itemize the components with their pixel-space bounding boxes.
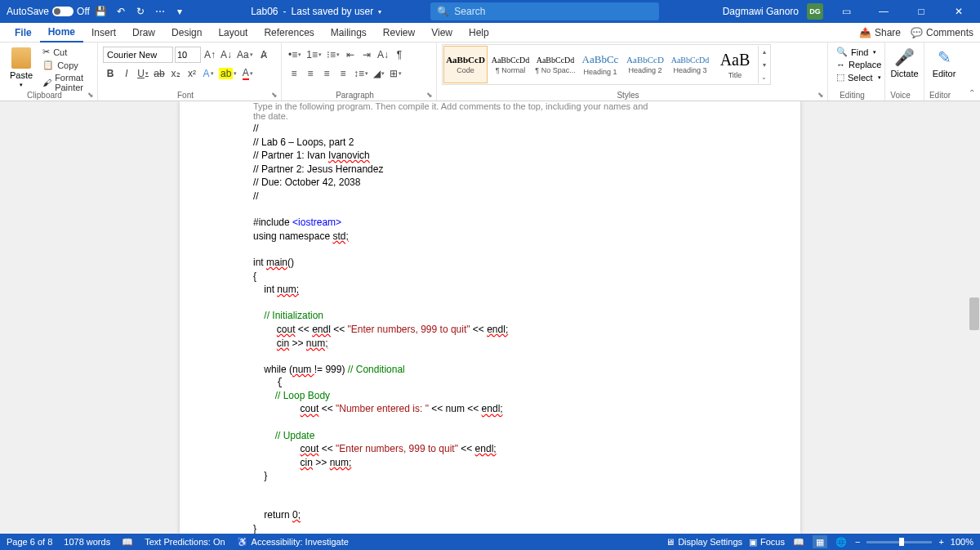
editor-button[interactable]: ✎ Editor bbox=[929, 44, 959, 82]
spell-check-icon[interactable]: 📖 bbox=[122, 537, 133, 548]
display-settings[interactable]: 🖥Display Settings bbox=[666, 537, 742, 547]
copy-button[interactable]: 📋Copy bbox=[41, 59, 92, 71]
user-badge[interactable]: DG bbox=[807, 3, 823, 20]
save-icon[interactable]: 💾 bbox=[93, 3, 109, 20]
maximize-icon[interactable]: □ bbox=[906, 0, 936, 23]
code-block[interactable]: // // Lab 6 – Loops, part 2 // Partner 1… bbox=[253, 123, 727, 534]
styles-gallery[interactable]: AaBbCcDCode AaBbCcDd¶ Normal AaBbCcDd¶ N… bbox=[442, 44, 771, 85]
find-button[interactable]: 🔍Find▾ bbox=[833, 46, 880, 58]
toggle-switch[interactable] bbox=[52, 7, 74, 16]
qat-more-icon[interactable]: ⋯ bbox=[152, 3, 168, 20]
autosave-toggle[interactable]: AutoSave Off bbox=[7, 6, 90, 17]
tab-view[interactable]: View bbox=[423, 23, 461, 42]
multilevel-button[interactable]: ⁝≡ bbox=[325, 47, 341, 63]
numbering-button[interactable]: 1≡ bbox=[305, 47, 323, 63]
comments-button[interactable]: 💬 Comments bbox=[911, 27, 973, 38]
tab-insert[interactable]: Insert bbox=[83, 23, 124, 42]
gallery-up-icon[interactable]: ▴ bbox=[759, 46, 769, 58]
close-icon[interactable]: ✕ bbox=[944, 0, 973, 23]
font-name-select[interactable] bbox=[103, 47, 173, 63]
zoom-out-button[interactable]: − bbox=[855, 537, 860, 547]
gallery-more-icon[interactable]: ⌄ bbox=[759, 71, 769, 83]
zoom-thumb[interactable] bbox=[899, 538, 904, 546]
subscript-button[interactable]: x₂ bbox=[168, 65, 183, 82]
bold-button[interactable]: B bbox=[103, 65, 118, 82]
bullets-button[interactable]: •≡ bbox=[287, 47, 303, 63]
dictate-button[interactable]: 🎤 Dictate bbox=[890, 44, 919, 82]
comments-label: Comments bbox=[926, 27, 973, 38]
tab-file[interactable]: File bbox=[7, 23, 40, 42]
text-effects-button[interactable]: A bbox=[201, 65, 216, 82]
style-heading2[interactable]: AaBbCcDHeading 2 bbox=[623, 46, 667, 83]
superscript-button[interactable]: x² bbox=[185, 65, 199, 82]
decrease-indent-button[interactable]: ⇤ bbox=[343, 47, 358, 63]
share-button[interactable]: 📤 Share bbox=[859, 27, 901, 38]
strike-button[interactable]: ab bbox=[152, 65, 167, 82]
ribbon-options-icon[interactable]: ▭ bbox=[831, 0, 861, 23]
text-predictions[interactable]: Text Predictions: On bbox=[145, 537, 225, 547]
zoom-level[interactable]: 100% bbox=[951, 537, 973, 547]
clear-format-button[interactable]: A̷ bbox=[256, 47, 271, 63]
collapse-ribbon-icon[interactable]: ⌃ bbox=[964, 42, 980, 101]
zoom-in-button[interactable]: + bbox=[938, 537, 943, 547]
web-layout-icon[interactable]: 🌐 bbox=[834, 535, 849, 548]
line-spacing-button[interactable]: ↕≡ bbox=[352, 65, 370, 82]
document-title[interactable]: Lab06 - Last saved by user ▾ bbox=[251, 6, 381, 17]
undo-icon[interactable]: ↶ bbox=[113, 3, 129, 20]
page-indicator[interactable]: Page 6 of 8 bbox=[7, 537, 52, 547]
clipboard-launcher-icon[interactable]: ⬊ bbox=[87, 91, 96, 99]
shrink-font-button[interactable]: A↓ bbox=[219, 47, 234, 63]
styles-launcher-icon[interactable]: ⬊ bbox=[817, 91, 826, 99]
zoom-slider[interactable] bbox=[866, 541, 932, 543]
change-case-button[interactable]: Aa bbox=[235, 47, 255, 63]
user-name[interactable]: Dagmawi Ganoro bbox=[723, 6, 799, 17]
style-title[interactable]: AaBTitle bbox=[713, 46, 757, 83]
tab-design[interactable]: Design bbox=[163, 23, 210, 42]
cut-button[interactable]: ✂Cut bbox=[41, 46, 92, 58]
italic-button[interactable]: I bbox=[119, 65, 134, 82]
underline-button[interactable]: U bbox=[136, 65, 150, 82]
focus-mode[interactable]: ▣Focus bbox=[749, 537, 785, 548]
font-launcher-icon[interactable]: ⬊ bbox=[271, 91, 279, 99]
select-button[interactable]: ⬚Select▾ bbox=[833, 71, 880, 83]
font-size-select[interactable] bbox=[175, 47, 201, 63]
shading-button[interactable]: ◢ bbox=[372, 65, 386, 82]
show-marks-button[interactable]: ¶ bbox=[392, 47, 407, 63]
gallery-down-icon[interactable]: ▾ bbox=[759, 59, 769, 71]
accessibility-check[interactable]: ♿Accessibility: Investigate bbox=[237, 537, 349, 548]
borders-button[interactable]: ⊞ bbox=[388, 65, 403, 82]
grow-font-button[interactable]: A↑ bbox=[203, 47, 217, 63]
tab-help[interactable]: Help bbox=[461, 23, 497, 42]
paragraph-launcher-icon[interactable]: ⬊ bbox=[426, 91, 434, 99]
style-code[interactable]: AaBbCcDCode bbox=[443, 46, 488, 83]
tab-draw[interactable]: Draw bbox=[124, 23, 163, 42]
font-color-button[interactable]: A bbox=[240, 65, 255, 82]
vertical-scrollbar[interactable] bbox=[969, 101, 980, 534]
tab-home[interactable]: Home bbox=[40, 23, 83, 42]
word-count[interactable]: 1078 words bbox=[64, 537, 110, 547]
align-center-button[interactable]: ≡ bbox=[303, 65, 318, 82]
increase-indent-button[interactable]: ⇥ bbox=[359, 47, 374, 63]
align-right-button[interactable]: ≡ bbox=[319, 65, 334, 82]
style-heading1[interactable]: AaBbCcHeading 1 bbox=[578, 46, 622, 83]
align-left-button[interactable]: ≡ bbox=[287, 65, 301, 82]
qat-dropdown-icon[interactable]: ▾ bbox=[172, 3, 188, 20]
tab-review[interactable]: Review bbox=[375, 23, 423, 42]
read-mode-icon[interactable]: 📖 bbox=[791, 535, 806, 548]
justify-button[interactable]: ≡ bbox=[336, 65, 350, 82]
tab-mailings[interactable]: Mailings bbox=[323, 23, 375, 42]
style-heading3[interactable]: AaBbCcDdHeading 3 bbox=[668, 46, 712, 83]
search-box[interactable]: 🔍 Search bbox=[430, 2, 659, 20]
print-layout-icon[interactable]: ▦ bbox=[813, 535, 827, 548]
sort-button[interactable]: A↓ bbox=[376, 47, 390, 63]
tab-layout[interactable]: Layout bbox=[210, 23, 256, 42]
scrollbar-thumb[interactable] bbox=[969, 297, 979, 330]
style-normal[interactable]: AaBbCcDd¶ Normal bbox=[488, 46, 532, 83]
redo-icon[interactable]: ↻ bbox=[132, 3, 149, 20]
minimize-icon[interactable]: — bbox=[869, 0, 898, 23]
highlight-button[interactable]: ab bbox=[217, 65, 238, 82]
tab-references[interactable]: References bbox=[256, 23, 322, 42]
replace-button[interactable]: ↔Replace bbox=[833, 59, 880, 70]
style-nospacing[interactable]: AaBbCcDd¶ No Spac... bbox=[533, 46, 577, 83]
page[interactable]: Type in the following program. Then comp… bbox=[180, 101, 800, 534]
